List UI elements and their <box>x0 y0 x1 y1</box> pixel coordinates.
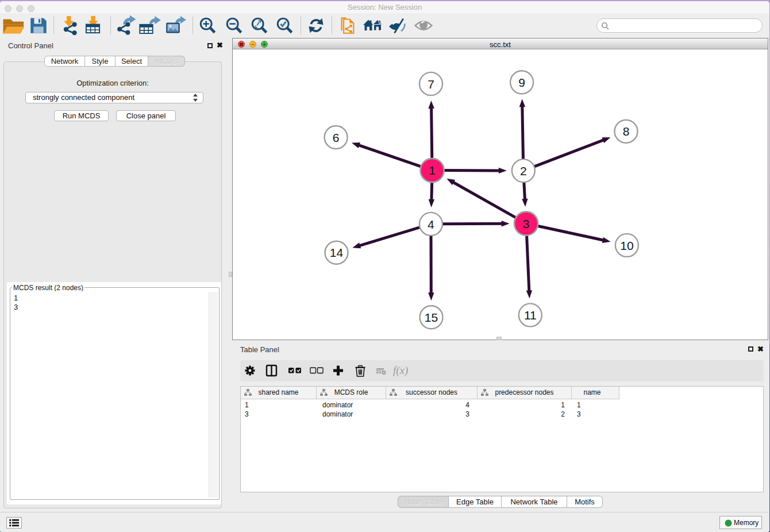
svg-text:1: 1 <box>429 164 436 177</box>
svg-text:7: 7 <box>428 78 434 91</box>
svg-text:11: 11 <box>524 309 537 322</box>
svg-text:15: 15 <box>425 311 438 324</box>
svg-text:3: 3 <box>523 217 530 230</box>
svg-text:8: 8 <box>623 125 630 138</box>
svg-text:9: 9 <box>518 76 525 89</box>
svg-text:4: 4 <box>428 218 434 231</box>
svg-text:2: 2 <box>520 164 527 178</box>
svg-text:14: 14 <box>330 246 344 259</box>
svg-text:10: 10 <box>620 239 633 252</box>
svg-text:f(x): f(x) <box>393 364 408 377</box>
svg-text:6: 6 <box>333 131 340 144</box>
